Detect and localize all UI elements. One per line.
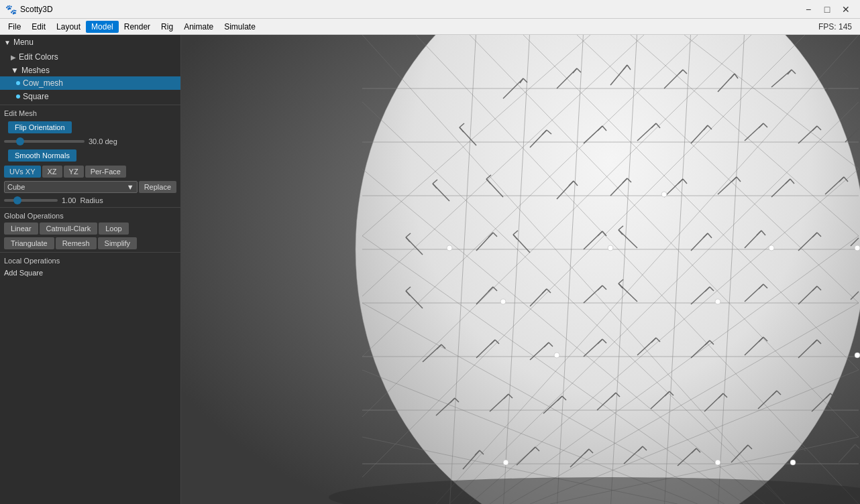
mesh-dot-icon <box>16 81 20 85</box>
menu-rig[interactable]: Rig <box>156 21 178 33</box>
menu-file[interactable]: File <box>3 21 26 33</box>
cube-dropdown[interactable]: Cube ▼ <box>4 181 138 193</box>
minimize-button[interactable]: − <box>800 2 817 17</box>
menu-arrow-icon: ▼ <box>4 39 11 46</box>
add-square-button[interactable]: Add Square <box>0 266 180 279</box>
titlebar: 🐾 Scotty3D − □ ✕ <box>0 0 860 19</box>
flip-slider[interactable] <box>4 140 85 143</box>
global-ops-label: Global Operations <box>0 209 180 221</box>
cube-dropdown-label: Cube <box>7 183 25 191</box>
svg-point-239 <box>790 460 796 465</box>
app-icon: 🐾 <box>5 4 16 15</box>
flip-orientation-container: Flip Orientation <box>0 119 180 136</box>
linear-button[interactable]: Linear <box>4 223 38 235</box>
flip-slider-value: 30.0 deg <box>89 137 117 145</box>
radius-label: Radius <box>80 196 103 204</box>
mesh-dot-square-icon <box>16 94 20 99</box>
menu-label: Menu <box>13 38 34 47</box>
svg-point-238 <box>715 460 720 465</box>
svg-point-231 <box>608 245 613 251</box>
mesh-viewport-svg <box>181 35 860 504</box>
titlebar-title: Scotty3D <box>20 5 53 14</box>
triangulate-button[interactable]: Triangulate <box>4 237 54 249</box>
svg-point-236 <box>447 245 452 251</box>
menubar: File Edit Layout Model Render Rig Animat… <box>0 19 860 35</box>
radius-value: 1.00 <box>62 196 76 204</box>
uv-yz-button[interactable]: YZ <box>64 166 84 178</box>
divider-1 <box>0 105 180 105</box>
radius-slider[interactable] <box>4 199 58 202</box>
meshes-arrow-icon: ▼ <box>11 66 19 75</box>
cube-dropdown-arrow-icon: ▼ <box>127 183 134 191</box>
menu-animate[interactable]: Animate <box>178 21 219 33</box>
mesh-item-cow[interactable]: Cow_mesh <box>0 76 180 90</box>
main-layout: ▼ Menu ▶ Edit Colors ▼ Meshes Cow_mesh S… <box>0 35 860 504</box>
mesh-item-square-label: Square <box>23 92 49 101</box>
menu-layout[interactable]: Layout <box>51 21 86 33</box>
svg-point-232 <box>715 299 720 304</box>
cube-row: Cube ▼ Replace <box>0 179 180 195</box>
global-ops-row: Linear Catmull-Clark Loop <box>0 221 180 236</box>
remesh-button[interactable]: Remesh <box>56 237 97 249</box>
svg-point-1 <box>356 35 860 504</box>
edit-colors-arrow-icon: ▶ <box>11 54 16 61</box>
divider-2 <box>0 207 180 208</box>
uv-perface-button[interactable]: Per-Face <box>85 166 126 178</box>
uv-xy-button[interactable]: UVs XY <box>4 166 41 178</box>
titlebar-controls: − □ ✕ <box>800 2 855 17</box>
smooth-normals-container: Smooth Normals <box>0 147 180 164</box>
menu-render[interactable]: Render <box>119 21 156 33</box>
menu-section-header[interactable]: ▼ Menu <box>0 35 180 50</box>
uv-xz-button[interactable]: XZ <box>42 166 62 178</box>
svg-point-237 <box>503 460 508 465</box>
edit-colors-row[interactable]: ▶ Edit Colors <box>0 50 180 64</box>
maximize-button[interactable]: □ <box>818 2 836 17</box>
viewport[interactable] <box>181 35 860 504</box>
svg-point-235 <box>769 245 774 251</box>
simplify-button[interactable]: Simplify <box>98 237 138 249</box>
loop-button[interactable]: Loop <box>99 223 128 235</box>
global-ops-row-2: Triangulate Remesh Simplify <box>0 236 180 251</box>
replace-button[interactable]: Replace <box>139 181 176 193</box>
uv-buttons-row: UVs XY XZ YZ Per-Face <box>0 164 180 179</box>
fps-display: FPS: 145 <box>818 22 857 32</box>
mesh-item-cow-label: Cow_mesh <box>23 78 63 88</box>
flip-orientation-button[interactable]: Flip Orientation <box>8 121 72 133</box>
flip-slider-row: 30.0 deg <box>0 136 180 147</box>
menu-simulate[interactable]: Simulate <box>219 21 261 33</box>
divider-3 <box>0 252 180 253</box>
edit-mesh-label: Edit Mesh <box>0 107 180 119</box>
local-ops-label: Local Operations <box>0 254 180 266</box>
meshes-header[interactable]: ▼ Meshes <box>0 64 180 76</box>
cow-mesh-geometry <box>356 35 860 504</box>
edit-colors-label: Edit Colors <box>19 52 58 62</box>
menu-model[interactable]: Model <box>86 21 119 33</box>
mesh-item-square[interactable]: Square <box>0 90 180 103</box>
svg-point-234 <box>661 192 667 197</box>
svg-point-241 <box>855 353 860 358</box>
radius-row: 1.00 Radius <box>0 195 180 206</box>
svg-point-230 <box>500 299 506 304</box>
sidebar: ▼ Menu ▶ Edit Colors ▼ Meshes Cow_mesh S… <box>0 35 181 504</box>
svg-point-233 <box>554 353 559 358</box>
catmull-clark-button[interactable]: Catmull-Clark <box>40 223 98 235</box>
close-button[interactable]: ✕ <box>837 2 855 17</box>
menu-edit[interactable]: Edit <box>26 21 51 33</box>
smooth-normals-button[interactable]: Smooth Normals <box>8 149 76 162</box>
titlebar-left: 🐾 Scotty3D <box>5 4 53 15</box>
meshes-label: Meshes <box>21 66 50 75</box>
svg-point-240 <box>855 245 860 251</box>
